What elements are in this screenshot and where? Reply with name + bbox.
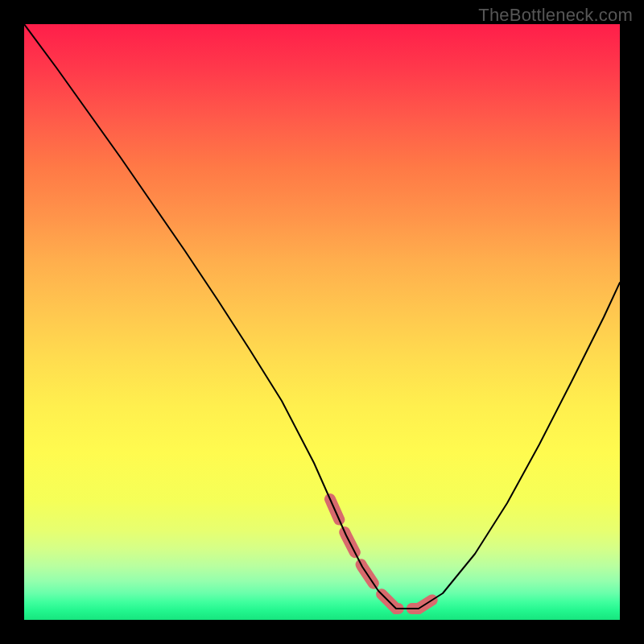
chart-svg [24, 24, 620, 620]
attribution-text: TheBottleneck.com [478, 5, 633, 26]
chart-frame: TheBottleneck.com [0, 0, 644, 644]
curve-line [24, 24, 620, 609]
curve-marker-segment [330, 499, 443, 609]
chart-plot-area [24, 24, 620, 620]
